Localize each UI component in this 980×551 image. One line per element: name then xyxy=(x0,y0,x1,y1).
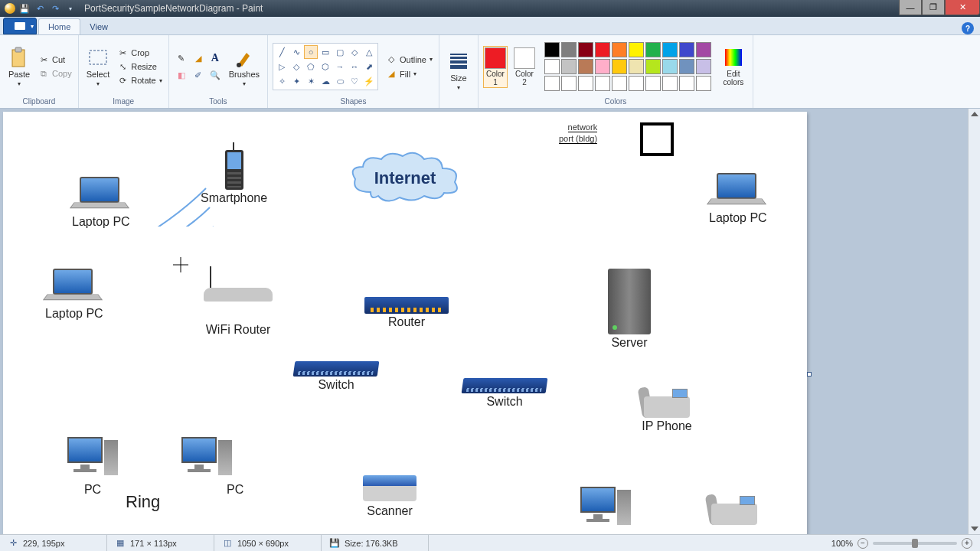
outline-icon: ◇ xyxy=(386,54,397,65)
maximize-button[interactable]: ❐ xyxy=(922,0,945,15)
color-swatch[interactable] xyxy=(595,76,610,91)
color-swatch[interactable] xyxy=(595,42,610,57)
paste-button[interactable]: Paste▾ xyxy=(5,45,34,89)
color-swatch[interactable] xyxy=(629,59,644,74)
edit-colors-icon xyxy=(722,47,745,68)
bucket-tool[interactable]: ◢ xyxy=(191,51,206,66)
resize-button[interactable]: ⤡Resize xyxy=(116,60,163,73)
eraser-tool[interactable]: ◧ xyxy=(174,67,189,83)
node-pc1: PC xyxy=(67,437,118,497)
color-swatch[interactable] xyxy=(544,59,560,74)
brushes-button[interactable]: Brushes▾ xyxy=(226,45,263,89)
node-ring: Ring xyxy=(126,491,160,512)
minimize-button[interactable]: — xyxy=(899,0,922,15)
color-swatch[interactable] xyxy=(645,42,661,57)
copy-button[interactable]: ⧉Copy xyxy=(37,67,74,80)
magnifier-tool[interactable]: 🔍 xyxy=(207,67,223,83)
color-swatch[interactable] xyxy=(645,76,661,91)
color-swatch[interactable] xyxy=(679,42,694,57)
color-swatch[interactable] xyxy=(662,76,678,91)
color-swatch[interactable] xyxy=(578,59,593,74)
group-label: Shapes xyxy=(341,96,367,106)
paste-icon xyxy=(8,47,31,68)
canvas[interactable]: networkport (bldg) Laptop PC Laptop PC L… xyxy=(3,112,807,534)
cursor-crosshair xyxy=(173,257,188,272)
shapes-gallery[interactable]: ╱∿○▭▢◇△ ▷◇⬠⬡→↔⬈ ✧✦✶☁⬭♡⚡ xyxy=(273,43,378,90)
color-swatch[interactable] xyxy=(578,42,593,57)
color-swatch[interactable] xyxy=(662,42,678,57)
crop-button[interactable]: ✂Crop xyxy=(116,47,163,59)
close-button[interactable]: ✕ xyxy=(945,0,980,15)
color-swatch[interactable] xyxy=(696,42,711,57)
node-wifirouter: WiFi Router xyxy=(204,288,273,337)
node-laptop1: Laptop PC xyxy=(72,177,130,229)
cut-button[interactable]: ✂Cut xyxy=(37,54,74,66)
color-swatch[interactable] xyxy=(629,76,644,91)
edit-colors-button[interactable]: Edit colors xyxy=(719,45,748,88)
rotate-button[interactable]: ⟳Rotate ▾ xyxy=(116,74,163,86)
node-laptop3: Laptop PC xyxy=(709,173,767,225)
color-swatch[interactable] xyxy=(612,76,627,91)
color-swatch[interactable] xyxy=(578,76,593,91)
node-smartphone: Smartphone xyxy=(201,150,267,205)
status-filesize: 💾Size: 176.3KB xyxy=(322,535,429,551)
color-swatch[interactable] xyxy=(679,76,694,91)
color-swatch[interactable] xyxy=(679,59,694,74)
vertical-scrollbar[interactable] xyxy=(968,109,980,534)
node-ipphone: IP Phone xyxy=(640,387,694,433)
select-button[interactable]: Select▾ xyxy=(83,45,113,89)
size-button[interactable]: Size▾ xyxy=(444,49,473,93)
zoom-control: 100% − + xyxy=(824,538,980,549)
zoom-slider[interactable] xyxy=(873,542,957,545)
zoom-out-button[interactable]: − xyxy=(858,538,868,549)
color-swatch[interactable] xyxy=(544,76,560,91)
text-tool[interactable]: A xyxy=(207,51,223,66)
file-menu-button[interactable] xyxy=(3,18,37,34)
pencil-tool[interactable]: ✎ xyxy=(174,51,189,66)
window-controls: — ❐ ✕ xyxy=(899,0,980,15)
zoom-in-button[interactable]: + xyxy=(962,538,972,549)
color-swatch[interactable] xyxy=(544,42,560,57)
selection-icon: ▦ xyxy=(115,538,126,549)
color-swatch[interactable] xyxy=(629,42,644,57)
color-swatch[interactable] xyxy=(561,42,577,57)
node-router: Router xyxy=(364,297,449,329)
node-server: Server xyxy=(608,269,651,350)
qat-dropdown-icon[interactable]: ▾ xyxy=(64,2,77,15)
node-pc3 xyxy=(580,487,631,531)
tool-grid: ✎ ◢ A ◧ ✐ 🔍 xyxy=(174,51,223,83)
node-scanner: Scanner xyxy=(363,475,416,518)
redo-icon[interactable]: ↷ xyxy=(49,2,61,15)
undo-icon[interactable]: ↶ xyxy=(34,2,46,15)
color-swatch[interactable] xyxy=(696,76,711,91)
color-swatch[interactable] xyxy=(595,59,610,74)
group-image: Select▾ ✂Crop ⤡Resize ⟳Rotate ▾ Image xyxy=(79,35,169,108)
group-label: Clipboard xyxy=(22,96,55,106)
color1-swatch xyxy=(485,47,506,69)
status-dimensions: ◫1050 × 690px xyxy=(214,535,322,551)
status-selection: ▦171 × 113px xyxy=(107,535,214,551)
color-swatch[interactable] xyxy=(561,76,577,91)
color-swatch[interactable] xyxy=(696,59,711,74)
color2-button[interactable]: Color 2 xyxy=(511,46,538,88)
color1-button[interactable]: Color 1 xyxy=(483,46,508,88)
tab-home[interactable]: Home xyxy=(38,18,80,34)
help-button[interactable]: ? xyxy=(962,22,974,34)
shape-fill-button[interactable]: ◢Fill ▾ xyxy=(384,68,434,80)
save-icon[interactable]: 💾 xyxy=(18,2,31,15)
crop-icon: ✂ xyxy=(117,47,128,58)
node-laptop2: Laptop PC xyxy=(45,269,103,321)
picker-tool[interactable]: ✐ xyxy=(191,67,206,83)
paint-orb-icon[interactable] xyxy=(5,3,15,14)
color-swatch[interactable] xyxy=(612,59,627,74)
color-swatch[interactable] xyxy=(645,59,661,74)
window-title: PortSecuritySampleNetworkDiagram - Paint xyxy=(84,3,263,14)
node-switch2: Switch xyxy=(462,378,547,409)
canvas-handle[interactable] xyxy=(807,372,812,377)
shape-outline-button[interactable]: ◇Outline ▾ xyxy=(384,54,434,66)
color-swatch[interactable] xyxy=(662,59,678,74)
tab-view[interactable]: View xyxy=(80,19,117,34)
color-swatch[interactable] xyxy=(561,59,577,74)
group-size: Size▾ xyxy=(439,35,479,108)
color-swatch[interactable] xyxy=(612,42,627,57)
